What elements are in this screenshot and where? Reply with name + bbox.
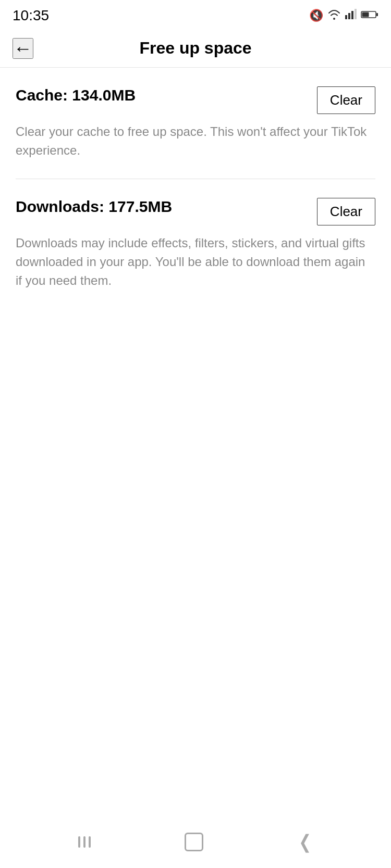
cache-section: Cache: 134.0MB Clear Clear your cache to… (0, 68, 391, 179)
content-area: Cache: 134.0MB Clear Clear your cache to… (0, 68, 391, 816)
svg-rect-6 (362, 12, 369, 17)
svg-rect-1 (348, 13, 350, 19)
cache-label: Cache: 134.0MB (16, 86, 136, 104)
status-bar: 10:35 🔇 (0, 0, 391, 29)
mute-icon: 🔇 (309, 9, 323, 22)
signal-icon (345, 9, 357, 22)
cache-row: Cache: 134.0MB Clear (16, 86, 375, 114)
status-icons: 🔇 (309, 8, 378, 23)
nav-bar: ← Free up space (0, 29, 391, 68)
downloads-clear-button[interactable]: Clear (317, 198, 375, 225)
wifi-icon (327, 8, 341, 23)
home-button[interactable] (185, 833, 203, 851)
svg-rect-5 (376, 13, 378, 16)
status-time: 10:35 (13, 7, 49, 24)
battery-icon (361, 9, 378, 22)
page-title: Free up space (139, 39, 251, 58)
menu-icon (78, 836, 91, 848)
back-nav-icon: ❮ (299, 831, 311, 853)
back-nav-button[interactable]: ❮ (297, 831, 313, 853)
downloads-label: Downloads: 177.5MB (16, 198, 172, 216)
cache-clear-button[interactable]: Clear (317, 86, 375, 114)
downloads-section: Downloads: 177.5MB Clear Downloads may i… (0, 179, 391, 309)
home-icon (185, 833, 203, 851)
bottom-nav-bar: ❮ (0, 816, 391, 868)
back-button[interactable]: ← (13, 38, 33, 59)
svg-rect-2 (351, 11, 353, 19)
downloads-description: Downloads may include effects, filters, … (16, 234, 375, 290)
recent-apps-button[interactable] (78, 836, 91, 848)
cache-description: Clear your cache to free up space. This … (16, 122, 375, 160)
svg-rect-3 (355, 9, 357, 19)
downloads-row: Downloads: 177.5MB Clear (16, 198, 375, 225)
svg-rect-0 (345, 15, 347, 19)
